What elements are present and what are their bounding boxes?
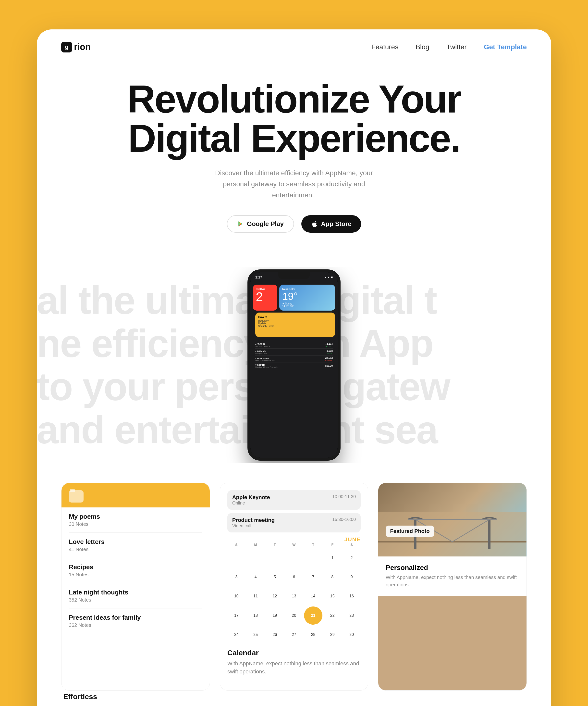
cal-cell-14: 14 [304, 587, 322, 605]
notes-item-4: Late night thoughts 352 Notes [69, 583, 202, 609]
featured-photo-label: Featured Photo [386, 525, 434, 537]
hero-buttons: Google Play App Store [61, 215, 527, 233]
cal-cell-28: 28 [304, 626, 322, 644]
calendar-section-desc: With AppName, expect nothing less than s… [227, 659, 361, 676]
cal-cell-12: 12 [265, 587, 284, 605]
photo-card-desc: With AppName, expect nothing less than s… [386, 574, 519, 588]
cal-cell-20: 20 [285, 606, 303, 625]
stock-chg-1: +47.93 [325, 345, 333, 347]
calendar-month: JUNE [227, 536, 361, 543]
event-subtitle-1: Online [232, 501, 270, 506]
widget-notes: How to RegularlyUpdateSecurity Demo [255, 313, 335, 337]
notes-item-5: Present ideas for family 362 Notes [69, 609, 202, 633]
cal-header-s2: S [342, 543, 361, 547]
nav-features[interactable]: Features [371, 43, 398, 51]
notes-item-3: Recipes 15 Notes [69, 558, 202, 583]
apple-icon [311, 221, 318, 228]
weather-city: New Delhi [282, 287, 332, 290]
cal-cell-9: 9 [342, 568, 361, 586]
cal-cell-24: 24 [227, 626, 246, 644]
widget-photos [253, 313, 253, 337]
hero-title-line2: Digital Experience. [128, 116, 460, 160]
cal-days-header: S M T W T F S [227, 543, 361, 547]
cal-cell-empty3 [265, 549, 284, 567]
stock-row-1: ▴ *BSEIN S&P BSE SENSEX 72,173 +47.93 [255, 342, 333, 349]
features-grid: My poems 30 Notes Love letters 41 Notes … [61, 483, 527, 691]
notes-item-title-1: My poems [69, 513, 202, 520]
photo-bg: Featured Photo [378, 483, 527, 556]
cal-cell-25: 25 [247, 626, 265, 644]
cal-event-1: Apple Keynote Online 10:00-11:30 [227, 490, 361, 510]
hero-title-line1: Revolutionize Your [127, 77, 461, 121]
stock-val-2: 1,508 [327, 350, 333, 352]
photo-card-footer: Personalized With AppName, expect nothin… [378, 556, 527, 596]
notes-item-count-4: 352 Notes [69, 597, 202, 603]
navbar: g rion Features Blog Twitter Get Templat… [37, 30, 551, 60]
phone-content: FRIDAY 2 New Delhi 19° ☀ Sunny 14:20° / … [250, 282, 338, 458]
notes-list: My poems 30 Notes Love letters 41 Notes … [61, 507, 210, 633]
google-play-icon [237, 221, 244, 228]
widget-date: FRIDAY 2 [253, 285, 277, 311]
notes-item-2: Love letters 41 Notes [69, 533, 202, 558]
weather-temp: 19° [282, 290, 332, 302]
stock-name-3: ▾ Dow Jones [255, 357, 276, 360]
cal-cell-30: 30 [342, 626, 361, 644]
stock-sub-1: S&P BSE SENSEX [255, 345, 270, 347]
effortless-section-label: Effortless [63, 693, 210, 701]
google-play-label: Google Play [247, 220, 284, 228]
photo-feature-card: Featured Photo Personalized With AppName… [378, 483, 527, 691]
cal-header-m: M [247, 543, 265, 547]
notes-card-header [61, 483, 210, 507]
cal-cell-empty5 [304, 549, 322, 567]
stock-sub-3: Dow Jones Industrial Aver... [255, 360, 276, 361]
stock-name-1: ▴ *BSEIN [255, 343, 270, 345]
phone-widget-row-1: FRIDAY 2 New Delhi 19° ☀ Sunny 14:20° / … [253, 285, 335, 311]
features-section: My poems 30 Notes Love letters 41 Notes … [37, 463, 551, 706]
stock-chg-3: +368.68 [325, 359, 333, 362]
notes-widget-title: How to [258, 315, 332, 318]
phone-mockup: 1:27 ● ▲ ■ FRIDAY 2 New D [247, 269, 341, 461]
event-title-2: Product meeting [232, 517, 275, 523]
calendar-mini: JUNE S M T W T F S [227, 536, 361, 644]
nav-blog[interactable]: Blog [416, 43, 429, 51]
notes-item-count-2: 41 Notes [69, 547, 202, 552]
cal-cell-18: 18 [247, 606, 265, 625]
calendar-section-label: Calendar [227, 649, 361, 657]
cal-cell-7: 7 [304, 568, 322, 586]
stock-row-2: ▴ INFY.NS Infosys Limited 1,508 +0.29 [255, 349, 333, 356]
cal-cell-22: 22 [323, 606, 341, 625]
nav-get-template[interactable]: Get Template [484, 43, 527, 51]
calendar-feature-card: Apple Keynote Online 10:00-11:30 Product… [220, 483, 369, 691]
cal-cell-23: 23 [342, 606, 361, 625]
cal-cell-16: 16 [342, 587, 361, 605]
app-store-button[interactable]: App Store [301, 215, 361, 233]
stock-name-4: ▾ S&P NS [255, 364, 278, 366]
cal-cell-empty4 [285, 549, 303, 567]
notes-item-title-3: Recipes [69, 563, 202, 571]
stock-sub-2: Infosys Limited [255, 353, 267, 354]
hero-title: Revolutionize Your Digital Experience. [61, 79, 527, 158]
event-time-1: 10:00-11:30 [332, 494, 356, 499]
stock-row-4: ▾ S&P NS Standard & Poor's Financial... … [255, 363, 333, 369]
app-store-label: App Store [321, 220, 351, 228]
nav-twitter[interactable]: Twitter [447, 43, 466, 51]
cal-cell-17: 17 [227, 606, 246, 625]
logo-text: rion [74, 42, 91, 52]
logo-icon: g [61, 42, 72, 52]
event-subtitle-2: Video call [232, 523, 275, 528]
cal-cell-3: 3 [227, 568, 246, 586]
nav-links: Features Blog Twitter Get Template [371, 43, 527, 51]
stock-val-4: 853.20 [325, 364, 333, 367]
notes-item-title-4: Late night thoughts [69, 589, 202, 596]
cal-cell-26: 26 [265, 626, 284, 644]
widget-stocks: ▴ *BSEIN S&P BSE SENSEX 72,173 +47.93 [253, 339, 335, 455]
cal-event-2: Product meeting Video call 15:30-16:00 [227, 513, 361, 533]
cal-cell-5: 5 [265, 568, 284, 586]
google-play-button[interactable]: Google Play [227, 215, 294, 233]
stock-val-3: 38,503 [325, 357, 333, 359]
weather-range: 14:20° / 0° [282, 305, 332, 308]
phone-notch [278, 272, 310, 279]
features-bottom-labels: Effortless [61, 693, 527, 703]
cal-cell-4: 4 [247, 568, 265, 586]
notes-item-title-5: Present ideas for family [69, 614, 202, 621]
